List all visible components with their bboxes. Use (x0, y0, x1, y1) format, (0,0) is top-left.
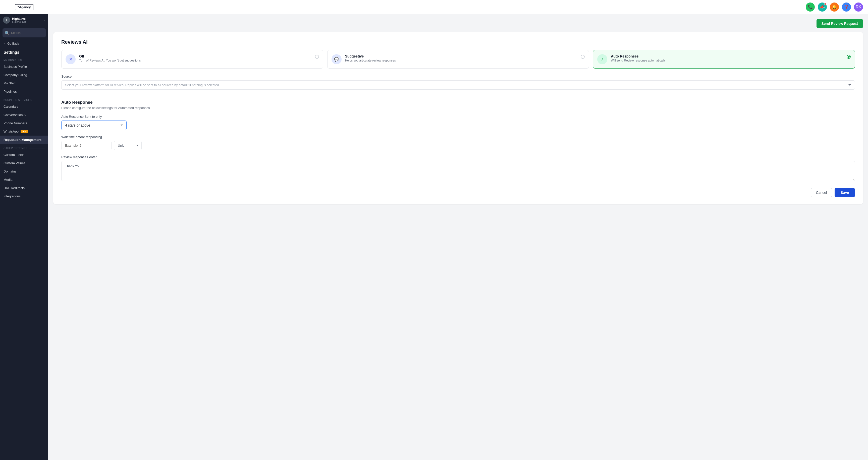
auto-responses-title: Auto Responses (611, 54, 843, 58)
sidebar-item-reputation-management[interactable]: Reputation Management (0, 136, 48, 144)
sidebar-item-domains[interactable]: Domains (0, 167, 48, 175)
sidebar-item-media[interactable]: Media (0, 175, 48, 184)
auto-response-sent-select[interactable]: 4 stars or above 3 stars or above All re… (61, 121, 127, 130)
bell-icon[interactable]: 🔔 (830, 2, 839, 11)
auto-response-sent-field: Auto Response Sent to only 4 stars or ab… (61, 115, 855, 130)
wait-time-field: Wait time before responding Unit Hours M… (61, 135, 855, 150)
media-label: Media (3, 178, 12, 182)
domains-label: Domains (3, 169, 16, 173)
help-icon[interactable]: ❓ (842, 2, 851, 11)
settings-header: Settings (0, 48, 48, 56)
sidebar-item-custom-fields[interactable]: Custom Fields (0, 151, 48, 159)
suggestive-radio[interactable] (581, 55, 585, 59)
phone-numbers-label: Phone Numbers (3, 121, 27, 125)
suggestive-desc: Helps you articulate review responses (345, 59, 578, 62)
divider (61, 95, 855, 95)
off-title: Off (79, 54, 311, 58)
logo-text: "Agency (15, 4, 33, 10)
cancel-button[interactable]: Cancel (811, 188, 832, 197)
account-location: Eugene, OR (12, 21, 41, 23)
auto-responses-radio[interactable] (847, 55, 851, 59)
source-label: Source (61, 74, 855, 78)
sidebar-item-url-redirects[interactable]: URL Redirects (0, 184, 48, 192)
auto-response-title: Auto Response (61, 100, 855, 105)
section-business-services: BUSINESS SERVICES (0, 96, 48, 102)
company-billing-label: Company Billing (3, 73, 27, 77)
beta-badge: beta (21, 130, 28, 133)
sidebar-item-my-staff[interactable]: My Staff (0, 79, 48, 87)
sidebar-item-custom-values[interactable]: Custom Values (0, 159, 48, 167)
top-nav: 📞 📣 🔔 ❓ RK (48, 0, 868, 14)
card-title: Reviews AI (61, 39, 855, 45)
search-icon: 🔍 (4, 31, 9, 35)
ai-mode-suggestive[interactable]: 💬 Suggestive Helps you articulate review… (327, 50, 589, 69)
custom-values-label: Custom Values (3, 161, 25, 165)
notification-dot (824, 3, 826, 5)
phone-icon[interactable]: 📞 (806, 2, 815, 11)
wait-time-label: Wait time before responding (61, 135, 855, 139)
source-select[interactable]: Select your review platform for AI repli… (61, 80, 855, 90)
sidebar-item-company-billing[interactable]: Company Billing (0, 71, 48, 79)
ai-mode-auto-responses[interactable]: ↗ Auto Responses Will send Review respon… (593, 50, 855, 69)
suggestive-title: Suggestive (345, 54, 578, 58)
sidebar-item-whatsapp[interactable]: WhatsApp beta (0, 127, 48, 136)
avatar: HL (3, 17, 10, 24)
sidebar-item-pipelines[interactable]: Pipelines (0, 87, 48, 96)
url-redirects-label: URL Redirects (3, 186, 25, 190)
reputation-management-label: Reputation Management (3, 138, 41, 142)
whatsapp-label: WhatsApp (3, 130, 19, 133)
megaphone-icon[interactable]: 📣 (818, 2, 827, 11)
suggestive-icon: 💬 (332, 54, 342, 64)
sidebar-item-integrations[interactable]: Integrations (0, 192, 48, 200)
main-content: 📞 📣 🔔 ❓ RK Send Review Request Reviews A… (48, 0, 868, 460)
wait-time-input[interactable] (61, 141, 112, 150)
reviews-ai-card: Reviews AI ✕ Off Turn of Reviews AI. You… (53, 32, 863, 204)
conversation-ai-label: Conversation AI (3, 113, 27, 117)
custom-fields-label: Custom Fields (3, 153, 24, 157)
sidebar-item-business-profile[interactable]: Business Profile (0, 63, 48, 71)
business-profile-label: Business Profile (3, 65, 27, 69)
sidebar-item-calendars[interactable]: Calendars (0, 102, 48, 111)
search-input[interactable] (11, 31, 48, 35)
auto-responses-icon: ↗ (597, 54, 607, 64)
form-actions: Cancel Save (61, 188, 855, 197)
footer-textarea[interactable]: Thank You (61, 161, 855, 181)
section-my-business: MY BUSINESS (0, 56, 48, 63)
account-switcher[interactable]: HL HighLevel Eugene, OR ⌄ (0, 14, 48, 26)
ai-mode-off[interactable]: ✕ Off Turn of Reviews AI. You won't get … (61, 50, 323, 69)
chevron-down-icon: ⌄ (43, 19, 45, 22)
integrations-label: Integrations (3, 194, 21, 198)
sidebar-item-phone-numbers[interactable]: Phone Numbers (0, 119, 48, 127)
auto-responses-desc: Will send Review response automatically (611, 59, 843, 62)
send-review-request-button[interactable]: Send Review Request (816, 19, 863, 28)
unit-select[interactable]: Unit Hours Minutes Days (114, 141, 142, 150)
search-bar: 🔍 ⌘ K + (2, 28, 46, 37)
my-staff-label: My Staff (3, 81, 15, 85)
save-button[interactable]: Save (835, 188, 855, 197)
auto-response-desc: Please configure the below settings for … (61, 106, 855, 110)
go-back-button[interactable]: ← Go Back (0, 39, 48, 48)
content-area: Send Review Request Reviews AI ✕ Off Tur… (48, 14, 868, 460)
account-name: HighLevel (12, 17, 41, 21)
sidebar-item-conversation-ai[interactable]: Conversation AI (0, 111, 48, 119)
calendars-label: Calendars (3, 105, 18, 108)
footer-field: Review response Footer Thank You (61, 155, 855, 182)
auto-response-sent-label: Auto Response Sent to only (61, 115, 855, 119)
section-other-settings: OTHER SETTINGS (0, 144, 48, 151)
footer-label: Review response Footer (61, 155, 855, 159)
user-avatar[interactable]: RK (854, 2, 863, 11)
ai-mode-cards: ✕ Off Turn of Reviews AI. You won't get … (61, 50, 855, 69)
source-field: Source Select your review platform for A… (61, 74, 855, 90)
off-icon: ✕ (66, 54, 75, 64)
sidebar: "Agency HL HighLevel Eugene, OR ⌄ 🔍 ⌘ K … (0, 0, 48, 460)
sidebar-logo: "Agency (0, 0, 48, 14)
off-desc: Turn of Reviews AI. You won't get sugges… (79, 59, 311, 62)
off-radio[interactable] (315, 55, 319, 59)
pipelines-label: Pipelines (3, 90, 17, 93)
